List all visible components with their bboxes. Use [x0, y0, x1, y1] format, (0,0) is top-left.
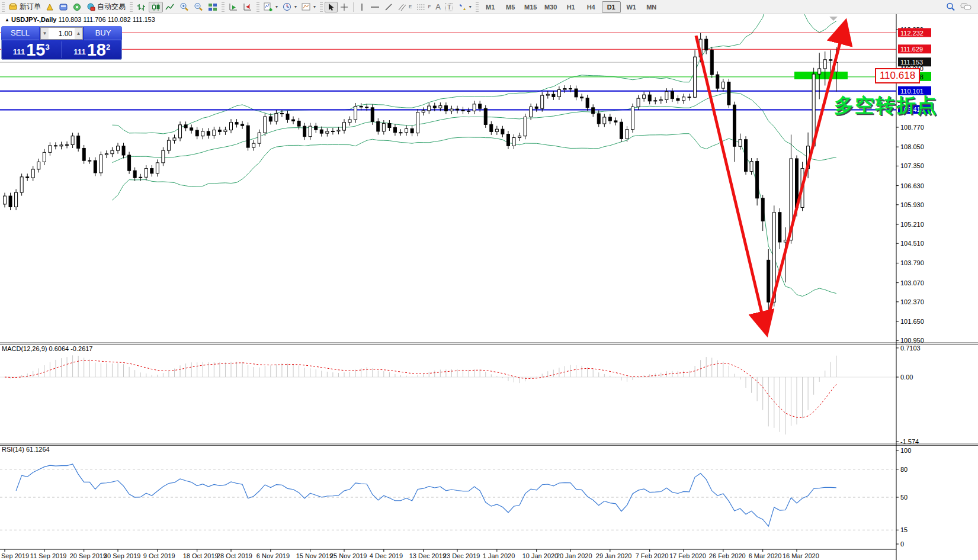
arrows-button[interactable]: ▾	[456, 2, 474, 12]
chart-shift-button[interactable]	[241, 2, 255, 12]
auto-scroll-button[interactable]	[226, 2, 241, 12]
new-order-label: 新订单	[20, 2, 41, 12]
periods-button[interactable]: ▾	[280, 1, 299, 12]
indicators-button[interactable]: ▾	[261, 1, 280, 12]
indicators-icon	[264, 2, 273, 11]
timeframe-M1[interactable]: M1	[481, 1, 500, 13]
buy-button[interactable]: BUY	[84, 26, 122, 40]
crosshair-button[interactable]	[338, 2, 351, 12]
toolbar-grip[interactable]	[2, 2, 5, 12]
timeframe-M15[interactable]: M15	[521, 1, 540, 13]
timeframe-D1[interactable]: D1	[602, 1, 621, 13]
svg-text:100: 100	[900, 447, 911, 454]
data-window-icon	[59, 3, 68, 11]
svg-text:6 Nov 2019: 6 Nov 2019	[256, 552, 290, 559]
timeframe-W1[interactable]: W1	[622, 1, 641, 13]
buy-price[interactable]: 111 18 2	[62, 40, 123, 59]
svg-text:0.00: 0.00	[900, 374, 913, 381]
sell-price-prefix: 111	[13, 47, 25, 56]
volume-up-button[interactable]: ▲	[75, 28, 82, 39]
channel-letter: E	[409, 4, 412, 9]
mt4-terminal: { "toolbar": { "new_order_label": "新订单",…	[0, 0, 978, 560]
toolbar-grip[interactable]	[476, 2, 479, 12]
text-label-button[interactable]: T	[443, 2, 456, 12]
data-window-button[interactable]	[57, 2, 70, 12]
new-order-button[interactable]: 新订单	[7, 1, 43, 13]
line-chart-button[interactable]	[163, 2, 177, 12]
crosshair-icon	[340, 3, 348, 11]
equidistant-channel-button[interactable]: E	[395, 2, 414, 12]
zoom-in-button[interactable]	[177, 1, 191, 12]
toolbar-grip[interactable]	[222, 2, 225, 12]
price-flag-label[interactable]: 110.618	[875, 68, 920, 83]
templates-button[interactable]: ▾	[299, 1, 318, 12]
text-icon: A	[435, 2, 441, 11]
arrow-shapes-icon	[458, 3, 467, 11]
svg-text:108.770: 108.770	[900, 124, 924, 131]
ohlc-values: 110.803 111.706 110.082 111.153	[58, 16, 155, 23]
timeframe-H1[interactable]: H1	[562, 1, 581, 13]
fibonacci-icon	[416, 3, 426, 11]
svg-text:105.930: 105.930	[900, 201, 924, 208]
autotrading-button[interactable]: 自动交易	[84, 1, 128, 13]
svg-text:112.232: 112.232	[900, 30, 924, 37]
timeframe-M30[interactable]: M30	[541, 1, 560, 13]
signals-button[interactable]	[70, 2, 84, 12]
chat-button[interactable]	[958, 1, 974, 12]
horizontal-line-button[interactable]	[368, 2, 382, 12]
chart-shift-marker[interactable]	[829, 17, 838, 21]
cursor-button[interactable]	[325, 2, 338, 12]
turning-point-annotation[interactable]: 多空转折点	[834, 92, 938, 119]
svg-text:4 Dec 2019: 4 Dec 2019	[370, 552, 403, 559]
svg-text:16 Mar 2020: 16 Mar 2020	[783, 552, 819, 559]
templates-caret: ▾	[313, 4, 316, 9]
chart-canvas[interactable]: 112.350110.910108.770108.050107.350106.6…	[0, 0, 978, 560]
candlestick-button[interactable]	[149, 2, 163, 12]
autotrading-label: 自动交易	[97, 2, 126, 12]
market-watch-button[interactable]	[43, 2, 57, 12]
svg-text:30 Sep 2019: 30 Sep 2019	[104, 552, 140, 559]
timeframe-H4[interactable]: H4	[582, 1, 601, 13]
vertical-line-button[interactable]	[356, 2, 368, 12]
text-label-icon: T	[445, 3, 453, 11]
fibonacci-button[interactable]: F	[414, 2, 433, 12]
bar-chart-button[interactable]	[134, 2, 149, 12]
trendline-button[interactable]	[382, 2, 395, 12]
text-button[interactable]: A	[433, 1, 443, 12]
svg-text:1 Jan 2020: 1 Jan 2020	[483, 552, 515, 559]
svg-text:20 Jan 2020: 20 Jan 2020	[556, 552, 592, 559]
toolbar-grip[interactable]	[130, 2, 133, 12]
volume-down-button[interactable]: ▼	[41, 28, 49, 39]
templates-icon	[302, 2, 311, 11]
market-watch-icon	[46, 3, 54, 11]
volume-input[interactable]: 1.00	[49, 30, 75, 38]
buy-price-sup: 2	[106, 43, 110, 52]
one-click-trading-panel: SELL ▼ 1.00 ▲ BUY 111 15 3 111 18 2	[1, 26, 122, 60]
search-button[interactable]	[944, 1, 958, 12]
autotrading-icon	[86, 3, 95, 11]
arrows-caret: ▾	[469, 4, 472, 9]
toolbar-grip[interactable]	[256, 2, 259, 12]
toolbar-grip[interactable]	[320, 2, 323, 12]
tile-windows-icon	[208, 3, 217, 11]
fibo-letter: F	[428, 4, 431, 9]
svg-text:101.650: 101.650	[900, 318, 924, 325]
zoom-out-button[interactable]	[191, 1, 206, 12]
signals-icon	[73, 3, 82, 11]
svg-text:20 Sep 2019: 20 Sep 2019	[70, 552, 107, 559]
bar-chart-icon	[137, 3, 146, 11]
trendline-icon	[384, 3, 393, 11]
svg-text:0: 0	[900, 540, 904, 548]
sell-price[interactable]: 111 15 3	[1, 40, 62, 59]
svg-text:102.370: 102.370	[900, 298, 924, 305]
clock-icon	[283, 2, 292, 11]
timeframe-M5[interactable]: M5	[501, 1, 520, 13]
sell-button[interactable]: SELL	[1, 26, 39, 40]
timeframe-MN[interactable]: MN	[642, 1, 661, 13]
svg-text:15 Nov 2019: 15 Nov 2019	[296, 552, 333, 559]
periods-caret: ▾	[294, 4, 297, 9]
tile-windows-button[interactable]	[206, 2, 220, 12]
svg-text:11 Sep 2019: 11 Sep 2019	[30, 552, 67, 559]
svg-text:0.7103: 0.7103	[900, 345, 921, 352]
one-click-collapse-arrow[interactable]: ▲	[5, 17, 9, 22]
